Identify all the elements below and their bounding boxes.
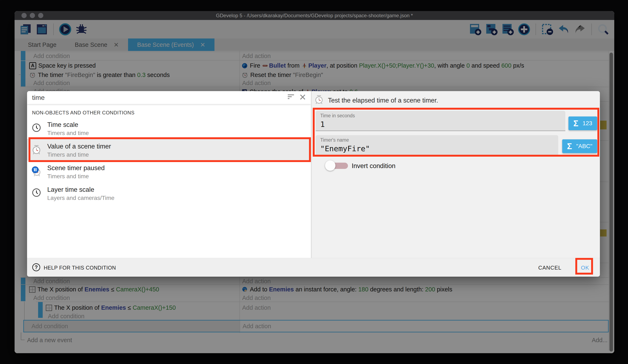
gdevelop-window: GDevelop 5 - /Users/dkarakay/Documents/G… xyxy=(14,11,614,353)
condition-description: Test the elapsed time of a scene timer. xyxy=(328,97,438,104)
list-item-layer-time-scale[interactable]: Layer time scale Layers and cameras/Time xyxy=(27,182,309,204)
filter-icon[interactable] xyxy=(288,94,295,101)
cancel-button[interactable]: CANCEL xyxy=(538,265,561,271)
annotation-selected-condition xyxy=(28,137,311,162)
section-header: NON-OBJECTS AND OTHER CONDITIONS xyxy=(32,110,135,116)
help-link[interactable]: HELP FOR THIS CONDITION xyxy=(44,265,116,271)
window-title: GDevelop 5 - /Users/dkarakay/Documents/G… xyxy=(216,13,413,18)
close-icon[interactable]: ✕ xyxy=(299,92,306,102)
search-input[interactable] xyxy=(27,94,273,102)
zoom-window-button[interactable] xyxy=(38,13,43,18)
help-icon[interactable]: ? xyxy=(32,263,40,271)
search-bar: ✕ xyxy=(27,91,311,104)
alarm-timer-icon xyxy=(314,94,323,105)
close-window-button[interactable] xyxy=(21,13,27,18)
dialog-footer: ? HELP FOR THIS CONDITION CANCEL OK xyxy=(27,258,600,277)
clock-icon xyxy=(32,123,42,133)
invert-condition-toggle[interactable] xyxy=(325,160,335,171)
list-item-scene-timer-paused[interactable]: Scene timer paused Timers and time xyxy=(27,161,309,182)
titlebar: GDevelop 5 - /Users/dkarakay/Documents/G… xyxy=(14,11,614,20)
clock-icon xyxy=(32,188,42,198)
annotation-parameter-fields xyxy=(313,108,599,157)
minimize-window-button[interactable] xyxy=(30,13,35,18)
list-item-time-scale[interactable]: Time scale Timers and time xyxy=(27,117,309,139)
condition-list-panel: ✕ NON-OBJECTS AND OTHER CONDITIONS Time … xyxy=(27,91,311,258)
timer-paused-icon xyxy=(32,166,42,177)
invert-condition-label: Invert condition xyxy=(352,162,395,170)
annotation-ok-button xyxy=(575,258,593,275)
